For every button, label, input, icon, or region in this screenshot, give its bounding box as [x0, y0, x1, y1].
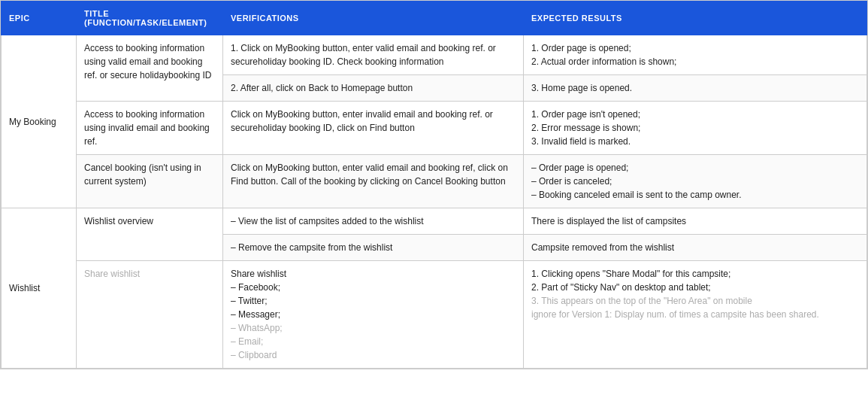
table-row: Share wishlist Share wishlist – Facebook…	[2, 261, 867, 369]
verifications-cell-2: Click on MyBooking button, enter invalid…	[223, 102, 524, 155]
title-cell-1: Access to booking information using vali…	[77, 35, 223, 102]
header-title: TITLE (FUNCTION/TASK/ELEMENT)	[77, 2, 223, 35]
title-cell-3: Cancel booking (isn't using in current s…	[77, 155, 223, 208]
expected-cell-1a: 1. Order page is opened;2. Actual order …	[524, 35, 867, 75]
expected-faded-text: 3. This appears on the top of the "Hero …	[531, 296, 819, 320]
verifications-cell-5: Share wishlist – Facebook; – Twitter; – …	[223, 261, 524, 369]
title-cell-5: Share wishlist	[77, 261, 223, 369]
header-expected: EXPECTED RESULTS	[524, 2, 867, 35]
table-row: Access to booking information using inva…	[2, 102, 867, 155]
verifications-cell-4b: – Remove the campsite from the wishlist	[223, 235, 524, 261]
title-cell-4: Wishlist overview	[77, 208, 223, 261]
header-epic: EPIC	[2, 2, 77, 35]
verifications-cell-1b: 2. After all, click on Back to Homepage …	[223, 75, 524, 102]
verifications-cell-3: Click on MyBooking button, enter valid e…	[223, 155, 524, 208]
table-row: My Booking Access to booking information…	[2, 35, 867, 75]
expected-cell-4b: Campsite removed from the wishlist	[524, 235, 867, 261]
expected-cell-4a: There is displayed the list of campsites	[524, 208, 867, 235]
expected-cell-2: 1. Order page isn't opened;2. Error mess…	[524, 102, 867, 155]
verifications-cell-1a: 1. Click on MyBooking button, enter vali…	[223, 35, 524, 75]
table-row: Wishlist Wishlist overview – View the li…	[2, 208, 867, 235]
verifications-cell-4a: – View the list of campsites added to th…	[223, 208, 524, 235]
epic-cell-wishlist: Wishlist	[2, 208, 77, 369]
expected-cell-5: 1. Clicking opens "Share Modal" for this…	[524, 261, 867, 369]
expected-cell-3: – Order page is opened;– Order is cancel…	[524, 155, 867, 208]
table-row: Cancel booking (isn't using in current s…	[2, 155, 867, 208]
expected-main-text: 1. Clicking opens "Share Modal" for this…	[531, 269, 730, 293]
header-verifications: VERIFICATIONS	[223, 2, 524, 35]
title-cell-2: Access to booking information using inva…	[77, 102, 223, 155]
epic-cell-mybooking: My Booking	[2, 35, 77, 208]
expected-cell-1b: 3. Home page is opened.	[524, 75, 867, 102]
